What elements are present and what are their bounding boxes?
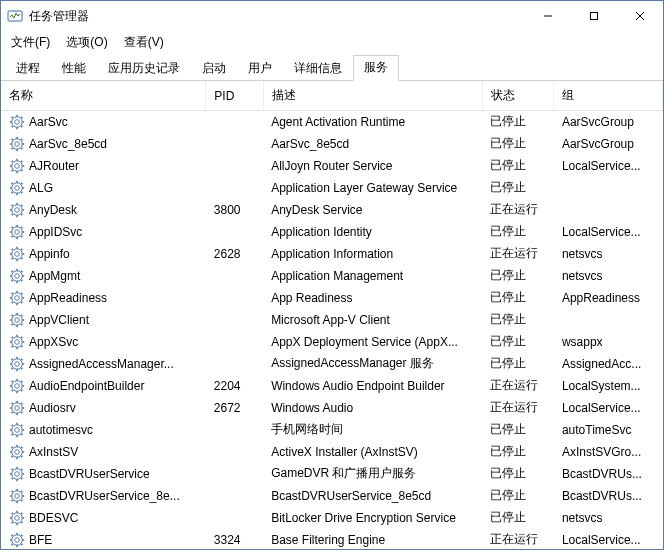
svg-rect-9 xyxy=(22,121,24,123)
service-gear-icon xyxy=(9,356,25,372)
table-row[interactable]: AarSvc_8e5cdAarSvc_8e5cd已停止AarSvcGroup xyxy=(1,133,663,155)
table-row[interactable]: BDESVCBitLocker Drive Encryption Service… xyxy=(1,507,663,529)
svg-rect-177 xyxy=(16,501,18,503)
cell-desc: App Readiness xyxy=(263,287,482,309)
svg-rect-159 xyxy=(22,451,24,453)
svg-rect-2 xyxy=(591,13,598,20)
svg-rect-197 xyxy=(16,545,18,547)
cell-status: 已停止 xyxy=(482,155,554,177)
cell-desc: AssignedAccessManager 服务 xyxy=(263,353,482,375)
cell-status: 已停止 xyxy=(482,353,554,375)
service-name-label: AxInstSV xyxy=(29,445,78,459)
cell-status: 已停止 xyxy=(482,485,554,507)
table-row[interactable]: AppXSvcAppX Deployment Service (AppX...已… xyxy=(1,331,663,353)
cell-status: 已停止 xyxy=(482,133,554,155)
col-header-pid[interactable]: PID xyxy=(206,81,263,111)
menu-options[interactable]: 选项(O) xyxy=(60,32,113,53)
svg-rect-157 xyxy=(16,457,18,459)
table-row[interactable]: AppIDSvcApplication Identity已停止LocalServ… xyxy=(1,221,663,243)
table-row[interactable]: Audiosrv2672Windows Audio正在运行LocalServic… xyxy=(1,397,663,419)
svg-rect-149 xyxy=(22,429,24,431)
tab-users[interactable]: 用户 xyxy=(237,56,283,81)
cell-name: AssignedAccessManager... xyxy=(1,353,206,375)
svg-point-74 xyxy=(15,251,20,256)
cell-pid xyxy=(206,177,263,199)
table-row[interactable]: AssignedAccessManager...AssignedAccessMa… xyxy=(1,353,663,375)
service-gear-icon xyxy=(9,158,25,174)
cell-name: AxInstSV xyxy=(1,441,206,463)
cell-pid xyxy=(206,265,263,287)
services-scroll[interactable]: 名称 PID 描述 状态 组 AarSvcAgent Activation Ru… xyxy=(1,81,663,549)
cell-desc: Agent Activation Runtime xyxy=(263,111,482,133)
service-name-label: BcastDVRUserService_8e... xyxy=(29,489,180,503)
col-header-name[interactable]: 名称 xyxy=(1,81,206,111)
service-gear-icon xyxy=(9,334,25,350)
cell-group xyxy=(554,199,663,221)
table-row[interactable]: Appinfo2628Application Information正在运行ne… xyxy=(1,243,663,265)
svg-rect-176 xyxy=(16,488,18,490)
table-row[interactable]: AxInstSVActiveX Installer (AxInstSV)已停止A… xyxy=(1,441,663,463)
cell-pid xyxy=(206,221,263,243)
col-header-group[interactable]: 组 xyxy=(554,81,663,111)
task-manager-window: 任务管理器 文件(F) 选项(O) 查看(V) 进程 性能 应用历史记录 启动 … xyxy=(0,0,664,550)
titlebar[interactable]: 任务管理器 xyxy=(1,1,663,31)
col-header-desc[interactable]: 描述 xyxy=(263,81,482,111)
tab-processes[interactable]: 进程 xyxy=(5,56,51,81)
cell-status: 正在运行 xyxy=(482,243,554,265)
services-table: 名称 PID 描述 状态 组 AarSvcAgent Activation Ru… xyxy=(1,81,663,549)
svg-rect-148 xyxy=(10,429,12,431)
cell-name: BcastDVRUserService_8e... xyxy=(1,485,206,507)
table-row[interactable]: BcastDVRUserServiceGameDVR 和广播用户服务已停止Bca… xyxy=(1,463,663,485)
svg-rect-17 xyxy=(16,149,18,151)
maximize-button[interactable] xyxy=(571,1,617,31)
cell-desc: BcastDVRUserService_8e5cd xyxy=(263,485,482,507)
svg-rect-108 xyxy=(10,341,12,343)
cell-status: 已停止 xyxy=(482,177,554,199)
svg-point-24 xyxy=(15,141,20,146)
cell-name: AarSvc xyxy=(1,111,206,133)
cell-group xyxy=(554,177,663,199)
table-row[interactable]: BcastDVRUserService_8e...BcastDVRUserSer… xyxy=(1,485,663,507)
cell-group: AxInstSVGro... xyxy=(554,441,663,463)
cell-pid: 2204 xyxy=(206,375,263,397)
cell-pid xyxy=(206,111,263,133)
tab-startup[interactable]: 启动 xyxy=(191,56,237,81)
svg-rect-97 xyxy=(16,325,18,327)
svg-rect-78 xyxy=(10,275,12,277)
cell-name: AppReadiness xyxy=(1,287,206,309)
table-row[interactable]: AppReadinessApp Readiness已停止AppReadiness xyxy=(1,287,663,309)
table-row[interactable]: AppMgmtApplication Management已停止netsvcs xyxy=(1,265,663,287)
tab-details[interactable]: 详细信息 xyxy=(283,56,353,81)
cell-name: Appinfo xyxy=(1,243,206,265)
svg-rect-37 xyxy=(16,193,18,195)
cell-pid: 3324 xyxy=(206,529,263,550)
table-row[interactable]: AnyDesk3800AnyDesk Service正在运行 xyxy=(1,199,663,221)
svg-point-134 xyxy=(15,383,20,388)
minimize-button[interactable] xyxy=(525,1,571,31)
cell-desc: Application Identity xyxy=(263,221,482,243)
table-row[interactable]: AppVClientMicrosoft App-V Client已停止 xyxy=(1,309,663,331)
table-row[interactable]: autotimesvc手机网络时间已停止autoTimeSvc xyxy=(1,419,663,441)
cell-desc: AllJoyn Router Service xyxy=(263,155,482,177)
cell-status: 正在运行 xyxy=(482,199,554,221)
close-button[interactable] xyxy=(617,1,663,31)
svg-point-84 xyxy=(15,273,20,278)
tab-app-history[interactable]: 应用历史记录 xyxy=(97,56,191,81)
table-row[interactable]: AJRouterAllJoyn Router Service已停止LocalSe… xyxy=(1,155,663,177)
service-name-label: AarSvc xyxy=(29,115,68,129)
svg-rect-188 xyxy=(10,517,12,519)
cell-pid: 3800 xyxy=(206,199,263,221)
col-header-status[interactable]: 状态 xyxy=(482,81,554,111)
table-row[interactable]: BFE3324Base Filtering Engine正在运行LocalSer… xyxy=(1,529,663,550)
cell-desc: Application Management xyxy=(263,265,482,287)
table-row[interactable]: AudioEndpointBuilder2204Windows Audio En… xyxy=(1,375,663,397)
svg-rect-57 xyxy=(16,237,18,239)
tab-services[interactable]: 服务 xyxy=(353,55,399,81)
tab-performance[interactable]: 性能 xyxy=(51,56,97,81)
menu-view[interactable]: 查看(V) xyxy=(118,32,170,53)
menu-file[interactable]: 文件(F) xyxy=(5,32,56,53)
table-row[interactable]: ALGApplication Layer Gateway Service已停止 xyxy=(1,177,663,199)
window-title: 任务管理器 xyxy=(29,8,525,25)
cell-status: 已停止 xyxy=(482,221,554,243)
table-row[interactable]: AarSvcAgent Activation Runtime已停止AarSvcG… xyxy=(1,111,663,133)
